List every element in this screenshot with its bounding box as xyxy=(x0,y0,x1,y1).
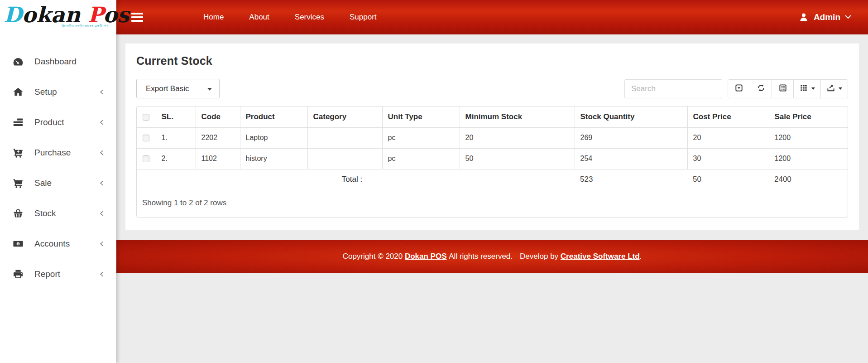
nav-link-about[interactable]: About xyxy=(236,8,282,26)
total-cost-price: 50 xyxy=(687,169,769,190)
chevron-down-icon xyxy=(844,13,852,21)
sidebar-menu: Dashboard Setup Product Purchase xyxy=(0,46,116,289)
cell-minimum-stock: 20 xyxy=(460,127,575,148)
cell-sl: 1. xyxy=(156,127,196,148)
export-select-value: Export Basic xyxy=(146,84,189,93)
user-menu[interactable]: Admin xyxy=(798,12,852,23)
cell-code: 1102 xyxy=(196,148,240,169)
sidebar-item-label: Purchase xyxy=(34,148,99,158)
sidebar-item-report[interactable]: Report xyxy=(0,259,116,289)
sidebar-item-product[interactable]: Product xyxy=(0,107,116,137)
row-checkbox[interactable] xyxy=(143,155,149,162)
row-checkbox-cell xyxy=(137,127,156,148)
nav-link-services[interactable]: Services xyxy=(282,8,337,26)
columns-dropdown-button[interactable] xyxy=(793,80,820,98)
nav-link-support[interactable]: Support xyxy=(337,8,389,26)
chevron-left-icon xyxy=(99,119,105,126)
list-view-icon xyxy=(778,83,787,94)
cell-stock-quantity: 269 xyxy=(575,127,687,148)
cell-minimum-stock: 50 xyxy=(460,148,575,169)
sidebar: Dokan Pos ক্রিয়েটিভ সফটওয়্যারের একটি প… xyxy=(0,0,116,363)
footer: Copyright © 2020 Dokan POS All rights re… xyxy=(116,240,868,273)
sidebar-item-label: Stock xyxy=(34,208,99,218)
toolbar-right xyxy=(624,79,848,98)
money-bill-icon: 1 xyxy=(11,238,25,250)
column-header-unit-type[interactable]: Unit Type xyxy=(382,106,460,127)
column-header-stock-quantity[interactable]: Stock Quantity xyxy=(575,106,687,127)
table-row[interactable]: 2. 1102 history pc 50 254 30 1200 xyxy=(137,148,848,169)
server-icon xyxy=(11,116,25,128)
toggle-pagination-button[interactable] xyxy=(728,80,750,98)
top-navbar: Home About Services Support Admin xyxy=(116,0,868,34)
chevron-left-icon xyxy=(99,241,105,247)
column-header-sale-price[interactable]: Sale Price xyxy=(769,106,848,127)
column-header-minimum-stock[interactable]: Minimum Stock xyxy=(460,106,575,127)
cell-code: 2202 xyxy=(196,127,240,148)
row-checkbox[interactable] xyxy=(143,135,149,141)
caret-square-down-icon xyxy=(734,83,743,94)
search-input[interactable] xyxy=(624,79,722,98)
cell-sale-price: 1200 xyxy=(769,148,848,169)
user-icon xyxy=(798,12,809,23)
footer-rights: All rights reserved. xyxy=(449,252,513,261)
chevron-left-icon xyxy=(99,210,105,217)
sidebar-item-purchase[interactable]: Purchase xyxy=(0,137,116,168)
sidebar-item-dashboard[interactable]: Dashboard xyxy=(0,46,116,77)
column-header-cost-price[interactable]: Cost Price xyxy=(687,106,769,127)
export-icon xyxy=(826,83,835,94)
cell-product: history xyxy=(240,148,307,169)
sidebar-item-label: Report xyxy=(34,269,99,279)
caret-down-icon xyxy=(839,87,842,90)
footer-company-link[interactable]: Creative Software Ltd xyxy=(561,252,640,261)
column-header-code[interactable]: Code xyxy=(196,106,240,127)
cell-sale-price: 1200 xyxy=(769,127,848,148)
main-content: Current Stock Export Basic xyxy=(116,34,868,363)
cart-arrow-down-icon xyxy=(11,147,25,159)
table-button-group xyxy=(728,79,848,98)
cell-category xyxy=(307,127,382,148)
sidebar-item-stock[interactable]: Stock xyxy=(0,198,116,228)
chevron-left-icon xyxy=(99,150,105,156)
stock-table-container: SL. Code Product Category Unit Type Mini… xyxy=(136,106,848,218)
nav-link-home[interactable]: Home xyxy=(191,8,236,26)
footer-brand-link[interactable]: Dokan POS xyxy=(405,252,447,261)
home-icon xyxy=(11,86,25,98)
export-dropdown-button[interactable] xyxy=(820,80,848,98)
chevron-left-icon xyxy=(99,180,105,186)
printer-icon xyxy=(11,268,25,280)
table-row[interactable]: 1. 2202 Laptop pc 20 269 20 1200 xyxy=(137,127,848,148)
column-header-category[interactable]: Category xyxy=(307,106,382,127)
current-stock-card: Current Stock Export Basic xyxy=(125,44,859,230)
navbar-links: Home About Services Support xyxy=(191,8,389,26)
select-caret-icon xyxy=(207,88,212,91)
sidebar-item-label: Dashboard xyxy=(34,57,105,67)
footer-develop-by: Develop by xyxy=(520,252,558,261)
sidebar-item-label: Product xyxy=(34,117,99,127)
cell-unit-type: pc xyxy=(382,127,460,148)
refresh-icon xyxy=(757,83,766,94)
sidebar-item-setup[interactable]: Setup xyxy=(0,77,116,107)
export-select[interactable]: Export Basic xyxy=(136,79,220,98)
header-checkbox-cell xyxy=(137,106,156,127)
column-header-sl[interactable]: SL. xyxy=(156,106,196,127)
refresh-button[interactable] xyxy=(750,80,772,98)
pagination-summary: Showing 1 to 2 of 2 rows xyxy=(137,190,848,217)
chevron-left-icon xyxy=(99,271,105,277)
brand-logo[interactable]: Dokan Pos ক্রিয়েটিভ সফটওয়্যারের একটি প… xyxy=(0,0,116,39)
toggle-view-button[interactable] xyxy=(772,80,793,98)
tachometer-icon xyxy=(11,56,25,68)
sidebar-item-sale[interactable]: Sale xyxy=(0,168,116,198)
column-header-product[interactable]: Product xyxy=(240,106,307,127)
cell-cost-price: 20 xyxy=(687,127,769,148)
sidebar-item-label: Accounts xyxy=(34,239,99,249)
user-label: Admin xyxy=(814,12,840,22)
cell-category xyxy=(307,148,382,169)
sidebar-item-accounts[interactable]: 1 Accounts xyxy=(0,228,116,259)
shopping-cart-icon xyxy=(11,177,25,189)
select-all-checkbox[interactable] xyxy=(143,114,149,121)
hamburger-menu-icon[interactable] xyxy=(131,13,143,22)
chevron-left-icon xyxy=(99,89,105,95)
table-total-row: Total : 523 50 2400 xyxy=(137,169,848,190)
page-title: Current Stock xyxy=(136,54,848,68)
table-header-row: SL. Code Product Category Unit Type Mini… xyxy=(137,106,848,127)
